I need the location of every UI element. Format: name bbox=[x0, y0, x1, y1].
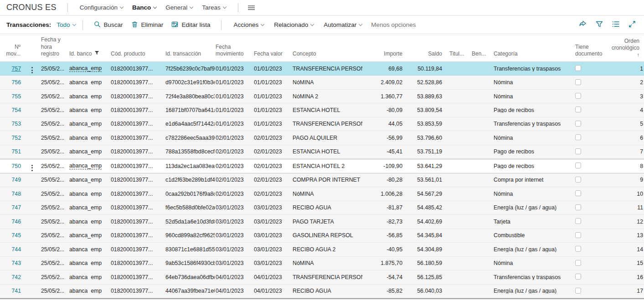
header-categoria[interactable]: Categoría bbox=[491, 34, 565, 61]
header-cod-producto[interactable]: Cód. producto bbox=[110, 34, 165, 61]
hamburger-menu-icon[interactable] bbox=[247, 5, 255, 11]
table-row[interactable]: 750 25/05/2... abanca_emp 018200013977..… bbox=[0, 159, 644, 173]
tiene-documento-checkbox[interactable] bbox=[575, 148, 581, 154]
cell-id-banco[interactable]: abanca_emp bbox=[69, 80, 110, 85]
table-row[interactable]: 741 25/05/2... abanca_emp 018200013977..… bbox=[0, 285, 644, 298]
view-filter-dropdown[interactable]: Todo bbox=[57, 21, 75, 28]
share-button[interactable] bbox=[579, 20, 587, 30]
entry-no-link[interactable]: 754 bbox=[11, 107, 21, 113]
entry-no-link[interactable]: 743 bbox=[11, 260, 21, 266]
tiene-documento-checkbox[interactable] bbox=[575, 107, 581, 112]
table-row[interactable]: 757 25/05/2... abanca_emp 018200013977..… bbox=[0, 62, 644, 76]
tiene-documento-checkbox[interactable] bbox=[575, 204, 581, 210]
header-no-mov[interactable]: Nº mov... bbox=[0, 34, 21, 61]
cell-id-banco[interactable]: abanca_emp bbox=[69, 121, 110, 127]
tiene-documento-checkbox[interactable] bbox=[575, 232, 581, 238]
tiene-documento-checkbox[interactable] bbox=[575, 79, 581, 85]
tiene-documento-checkbox[interactable] bbox=[575, 246, 581, 252]
cell-id-banco[interactable]: abanca_emp bbox=[69, 149, 110, 154]
cell-id-banco[interactable]: abanca_emp bbox=[69, 247, 110, 252]
table-row[interactable]: 748 25/05/2... abanca_emp 018200013977..… bbox=[0, 187, 644, 201]
header-importe[interactable]: Importe bbox=[362, 34, 403, 61]
entry-no-link[interactable]: 753 bbox=[11, 121, 21, 127]
cell-id-banco[interactable]: abanca_emp bbox=[69, 177, 110, 183]
cell-id-banco[interactable]: abanca_emp bbox=[69, 191, 110, 197]
tiene-documento-checkbox[interactable] bbox=[575, 260, 581, 266]
search-button[interactable]: Buscar bbox=[94, 21, 123, 29]
nav-item-banco[interactable]: Banco bbox=[132, 4, 156, 11]
entry-no-link[interactable]: 750 bbox=[11, 163, 21, 169]
header-titular[interactable]: Titul... bbox=[443, 34, 469, 61]
less-options-button[interactable]: Menos opciones bbox=[371, 21, 416, 28]
table-row[interactable]: 742 25/05/2... abanca_emp 018200013977..… bbox=[0, 270, 644, 284]
nav-item-configuracion[interactable]: Configuración bbox=[80, 4, 123, 11]
cell-id-banco[interactable]: abanca_emp bbox=[69, 135, 110, 141]
header-fecha-valor[interactable]: Fecha valor bbox=[253, 34, 292, 61]
table-row[interactable]: 756 25/05/2... abanca_emp 018200013977..… bbox=[0, 76, 644, 89]
cell-id-banco[interactable]: abanca_emp bbox=[69, 260, 110, 266]
header-fecha-movimiento[interactable]: Fecha movimiento bbox=[215, 34, 253, 61]
row-context-menu[interactable] bbox=[21, 64, 40, 73]
entry-no-link[interactable]: 742 bbox=[11, 275, 21, 280]
row-context-menu[interactable] bbox=[21, 162, 40, 171]
cell-id-banco[interactable]: abanca_emp bbox=[69, 275, 110, 280]
tiene-documento-checkbox[interactable] bbox=[575, 177, 581, 183]
table-row[interactable]: 749 25/05/2... abanca_emp 018200013977..… bbox=[0, 173, 644, 187]
entry-no-link[interactable]: 756 bbox=[11, 80, 21, 85]
header-fecha-registro[interactable]: Fecha y hora registro bbox=[40, 34, 69, 61]
tiene-documento-checkbox[interactable] bbox=[575, 121, 581, 127]
header-orden-cronologico[interactable]: Orden cronológico ↑ bbox=[606, 34, 644, 61]
entry-no-link[interactable]: 745 bbox=[11, 233, 21, 238]
menu-automatizar[interactable]: Automatizar bbox=[324, 21, 362, 28]
cell-id-banco[interactable]: abanca_emp bbox=[69, 233, 110, 238]
entry-no-link[interactable]: 757 bbox=[11, 66, 21, 71]
tiene-documento-checkbox[interactable] bbox=[575, 274, 581, 280]
tiene-documento-checkbox[interactable] bbox=[575, 163, 581, 168]
collapse-button[interactable] bbox=[629, 20, 636, 30]
table-row[interactable]: 753 25/05/2... abanca_emp 018200013977..… bbox=[0, 117, 644, 131]
header-id-banco[interactable]: Id. banco bbox=[69, 34, 110, 61]
tiene-documento-checkbox[interactable] bbox=[575, 288, 581, 294]
table-row[interactable]: 755 25/05/2... abanca_emp 018200013977..… bbox=[0, 90, 644, 103]
tiene-documento-checkbox[interactable] bbox=[575, 93, 581, 99]
table-row[interactable]: 745 25/05/2... abanca_emp 018200013977..… bbox=[0, 229, 644, 243]
header-beneficiario[interactable]: Ben... bbox=[469, 34, 491, 61]
header-tiene-documento[interactable]: Tiene documento bbox=[565, 34, 606, 61]
company-name[interactable]: CRONUS ES bbox=[6, 3, 57, 12]
entry-no-link[interactable]: 744 bbox=[11, 247, 21, 252]
entry-no-link[interactable]: 751 bbox=[11, 149, 21, 154]
menu-relacionado[interactable]: Relacionado bbox=[274, 21, 314, 28]
edit-list-button[interactable]: Editar lista bbox=[171, 21, 210, 29]
header-concepto[interactable]: Concepto bbox=[292, 34, 362, 61]
table-row[interactable]: 751 25/05/2... abanca_emp 018200013977..… bbox=[0, 145, 644, 159]
nav-item-general[interactable]: General bbox=[165, 4, 193, 11]
cell-id-banco[interactable]: abanca_emp bbox=[69, 288, 110, 294]
delete-button[interactable]: Eliminar bbox=[131, 21, 164, 29]
cell-id-banco[interactable]: abanca_emp bbox=[69, 163, 110, 169]
entry-no-link[interactable]: 748 bbox=[11, 191, 21, 197]
nav-item-tareas[interactable]: Tareas bbox=[202, 4, 226, 11]
cell-id-banco[interactable]: abanca_emp bbox=[69, 219, 110, 224]
tiene-documento-checkbox[interactable] bbox=[575, 134, 581, 140]
tiene-documento-checkbox[interactable] bbox=[575, 218, 581, 224]
cell-id-banco[interactable]: abanca_emp bbox=[69, 66, 110, 72]
table-row[interactable]: 746 25/05/2... abanca_emp 018200013977..… bbox=[0, 215, 644, 229]
entry-no-link[interactable]: 747 bbox=[11, 205, 21, 210]
table-row[interactable]: 754 25/05/2... abanca_emp 018200013977..… bbox=[0, 103, 644, 117]
entry-no-link[interactable]: 746 bbox=[11, 219, 21, 224]
entry-no-link[interactable]: 741 bbox=[11, 288, 21, 294]
cell-id-banco[interactable]: abanca_emp bbox=[69, 94, 110, 99]
tiene-documento-checkbox[interactable] bbox=[575, 65, 581, 71]
entry-no-link[interactable]: 749 bbox=[11, 177, 21, 183]
header-id-transaccion[interactable]: Id. transacción bbox=[165, 34, 215, 61]
table-row[interactable]: 747 25/05/2... abanca_emp 018200013977..… bbox=[0, 201, 644, 215]
table-row[interactable]: 752 25/05/2... abanca_emp 018200013977..… bbox=[0, 131, 644, 145]
tiene-documento-checkbox[interactable] bbox=[575, 190, 581, 196]
list-layout-button[interactable] bbox=[612, 21, 619, 29]
filter-button[interactable] bbox=[596, 20, 603, 30]
cell-id-banco[interactable]: abanca_emp bbox=[69, 107, 110, 113]
cell-id-banco[interactable]: abanca_emp bbox=[69, 205, 110, 210]
entry-no-link[interactable]: 755 bbox=[11, 94, 21, 99]
table-row[interactable]: 744 25/05/2... abanca_emp 018200013977..… bbox=[0, 243, 644, 256]
menu-acciones[interactable]: Acciones bbox=[233, 21, 264, 28]
